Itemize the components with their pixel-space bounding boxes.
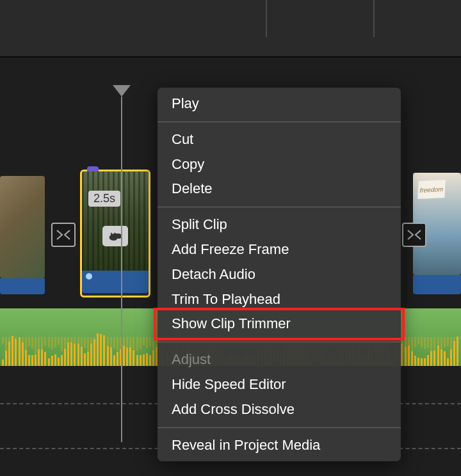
clip-flag-text: freedom [417,180,446,199]
menu-separator [158,342,401,342]
menu-add-freeze-frame[interactable]: Add Freeze Frame [158,237,401,262]
transition-icon[interactable] [402,223,426,247]
toolbar [0,0,461,58]
menu-separator [158,427,401,428]
toolbar-divider [266,0,267,37]
clip-audio [0,278,45,294]
menu-play[interactable]: Play [158,91,401,116]
menu-separator [158,207,401,207]
context-menu: Play Cut Copy Delete Split Clip Add Free… [158,88,401,461]
menu-reveal-in-project-media[interactable]: Reveal in Project Media [158,433,401,458]
menu-split-clip[interactable]: Split Clip [158,212,401,237]
menu-separator [158,122,401,122]
menu-hide-speed-editor[interactable]: Hide Speed Editor [158,372,401,397]
menu-detach-audio[interactable]: Detach Audio [158,262,401,287]
playhead-line [121,97,122,442]
menu-cut[interactable]: Cut [158,127,401,152]
video-clip-prev[interactable] [0,176,45,294]
toolbar-divider [373,0,375,37]
playhead-handle-icon[interactable] [113,85,131,97]
menu-show-clip-trimmer[interactable]: Show Clip Trimmer [158,312,401,337]
menu-trim-to-playhead[interactable]: Trim To Playhead [158,287,401,312]
timeline[interactable]: 2.5s freedom Play Cut Copy Delete Split … [0,58,461,476]
clip-thumbnail [0,176,45,278]
menu-adjust: Adjust [158,347,401,372]
clip-audio [413,275,461,294]
menu-delete[interactable]: Delete [158,177,401,202]
menu-copy[interactable]: Copy [158,152,401,177]
menu-add-cross-dissolve[interactable]: Add Cross Dissolve [158,397,401,422]
transition-icon[interactable] [51,223,76,247]
playhead[interactable] [113,85,131,442]
